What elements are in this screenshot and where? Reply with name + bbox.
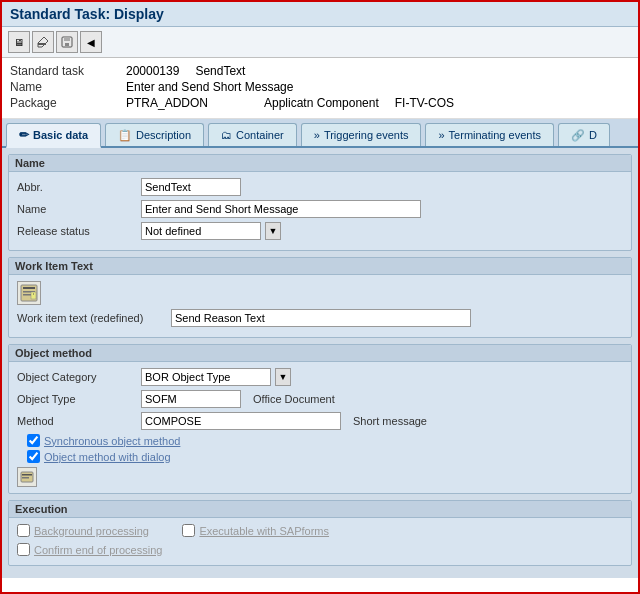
more-tab-icon: 🔗 xyxy=(571,129,585,142)
svg-marker-1 xyxy=(38,37,48,47)
sync-label: Synchronous object method xyxy=(44,435,180,447)
main-window: Standard Task: Display 🖥 ◀ Standard task… xyxy=(0,0,640,594)
name-row: Name xyxy=(17,200,623,218)
object-category-input[interactable] xyxy=(141,368,271,386)
name-value: Enter and Send Short Message xyxy=(126,80,293,94)
save-icon[interactable] xyxy=(56,31,78,53)
sync-checkbox-row: Synchronous object method xyxy=(27,434,623,447)
tab-basic-data[interactable]: ✏ Basic data xyxy=(6,123,101,148)
name-field-label: Name xyxy=(17,203,137,215)
sapforms-label: Executable with SAPforms xyxy=(199,525,329,537)
title-bar: Standard Task: Display xyxy=(2,2,638,27)
abbr-input[interactable] xyxy=(141,178,241,196)
object-category-dropdown[interactable]: ▼ xyxy=(275,368,291,386)
object-category-label: Object Category xyxy=(17,371,137,383)
meta-section: Standard task 20000139 SendText Name Ent… xyxy=(2,58,638,119)
svg-rect-6 xyxy=(23,287,35,289)
display-icon[interactable]: 🖥 xyxy=(8,31,30,53)
appl-comp-label: Applicatn Component xyxy=(264,96,379,110)
triggering-icon: » xyxy=(314,129,320,141)
bg-processing-label: Background processing xyxy=(34,525,149,537)
meta-row-2: Name Enter and Send Short Message xyxy=(10,80,630,94)
standard-task-id: 20000139 xyxy=(126,64,179,78)
work-item-text-content: Work item text (redefined) xyxy=(9,275,631,337)
execution-section: Execution Background processing Confirm … xyxy=(8,500,632,566)
confirm-end-label: Confirm end of processing xyxy=(34,544,162,556)
svg-rect-13 xyxy=(22,477,29,479)
release-row: Release status ▼ xyxy=(17,222,623,240)
package-value: PTRA_ADDON xyxy=(126,96,208,110)
more-label: D xyxy=(589,129,597,141)
abbr-row: Abbr. xyxy=(17,178,623,196)
name-input[interactable] xyxy=(141,200,421,218)
svg-rect-3 xyxy=(64,37,70,41)
method-row: Method Short message xyxy=(17,412,623,430)
edit-icon[interactable] xyxy=(32,31,54,53)
work-item-text-input[interactable] xyxy=(171,309,471,327)
name-label: Name xyxy=(10,80,120,94)
execution-col1: Background processing Confirm end of pro… xyxy=(17,524,162,559)
object-type-label: Object Type xyxy=(17,393,137,405)
execution-header: Execution xyxy=(9,501,631,518)
dialog-checkbox[interactable] xyxy=(27,450,40,463)
bg-processing-checkbox[interactable] xyxy=(17,524,30,537)
tab-more[interactable]: 🔗 D xyxy=(558,123,610,146)
dialog-checkbox-row: Object method with dialog xyxy=(27,450,623,463)
content-area: Name Abbr. Name Release status ▼ xyxy=(2,148,638,578)
object-category-row: Object Category ▼ xyxy=(17,368,623,386)
container-label: Container xyxy=(236,129,284,141)
execution-col2: Executable with SAPforms xyxy=(182,524,329,559)
release-label: Release status xyxy=(17,225,137,237)
package-label: Package xyxy=(10,96,120,110)
name-section: Name Abbr. Name Release status ▼ xyxy=(8,154,632,251)
bg-processing-row: Background processing xyxy=(17,524,162,537)
confirm-end-checkbox[interactable] xyxy=(17,543,30,556)
tab-description[interactable]: 📋 Description xyxy=(105,123,204,146)
dialog-label: Object method with dialog xyxy=(44,451,171,463)
work-item-text-icon[interactable] xyxy=(17,281,41,305)
sapforms-row: Executable with SAPforms xyxy=(182,524,329,537)
svg-rect-8 xyxy=(23,294,31,296)
svg-rect-9 xyxy=(31,292,36,299)
triggering-label: Triggering events xyxy=(324,129,409,141)
object-method-section: Object method Object Category ▼ Object T… xyxy=(8,344,632,494)
svg-rect-4 xyxy=(65,43,69,46)
work-item-redefined-label: Work item text (redefined) xyxy=(17,312,167,324)
method-desc: Short message xyxy=(353,415,427,427)
window-title: Standard Task: Display xyxy=(10,6,164,22)
object-method-header: Object method xyxy=(9,345,631,362)
tab-triggering-events[interactable]: » Triggering events xyxy=(301,123,422,146)
svg-rect-12 xyxy=(22,474,32,476)
name-section-header: Name xyxy=(9,155,631,172)
release-input[interactable] xyxy=(141,222,261,240)
tab-container[interactable]: 🗂 Container xyxy=(208,123,297,146)
tab-terminating-events[interactable]: » Terminating events xyxy=(425,123,553,146)
standard-task-name: SendText xyxy=(195,64,245,78)
work-item-text-redefined-row: Work item text (redefined) xyxy=(17,309,623,327)
object-type-row: Object Type Office Document xyxy=(17,390,623,408)
description-icon: 📋 xyxy=(118,129,132,142)
standard-task-label: Standard task xyxy=(10,64,120,78)
sync-checkbox[interactable] xyxy=(27,434,40,447)
object-method-content: Object Category ▼ Object Type Office Doc… xyxy=(9,362,631,493)
name-section-content: Abbr. Name Release status ▼ xyxy=(9,172,631,250)
object-method-extra-icon[interactable] xyxy=(17,467,37,487)
tabs-bar: ✏ Basic data 📋 Description 🗂 Container »… xyxy=(2,119,638,148)
meta-row-3: Package PTRA_ADDON Applicatn Component F… xyxy=(10,96,630,110)
work-item-text-header: Work Item Text xyxy=(9,258,631,275)
object-type-input[interactable] xyxy=(141,390,241,408)
work-item-text-section: Work Item Text xyxy=(8,257,632,338)
description-label: Description xyxy=(136,129,191,141)
basic-data-label: Basic data xyxy=(33,129,88,141)
abbr-label: Abbr. xyxy=(17,181,137,193)
meta-row-1: Standard task 20000139 SendText xyxy=(10,64,630,78)
method-input[interactable] xyxy=(141,412,341,430)
release-dropdown-btn[interactable]: ▼ xyxy=(265,222,281,240)
sapforms-checkbox[interactable] xyxy=(182,524,195,537)
basic-data-icon: ✏ xyxy=(19,128,29,142)
container-icon: 🗂 xyxy=(221,129,232,141)
back-icon[interactable]: ◀ xyxy=(80,31,102,53)
terminating-label: Terminating events xyxy=(449,129,541,141)
toolbar: 🖥 ◀ xyxy=(2,27,638,58)
terminating-icon: » xyxy=(438,129,444,141)
